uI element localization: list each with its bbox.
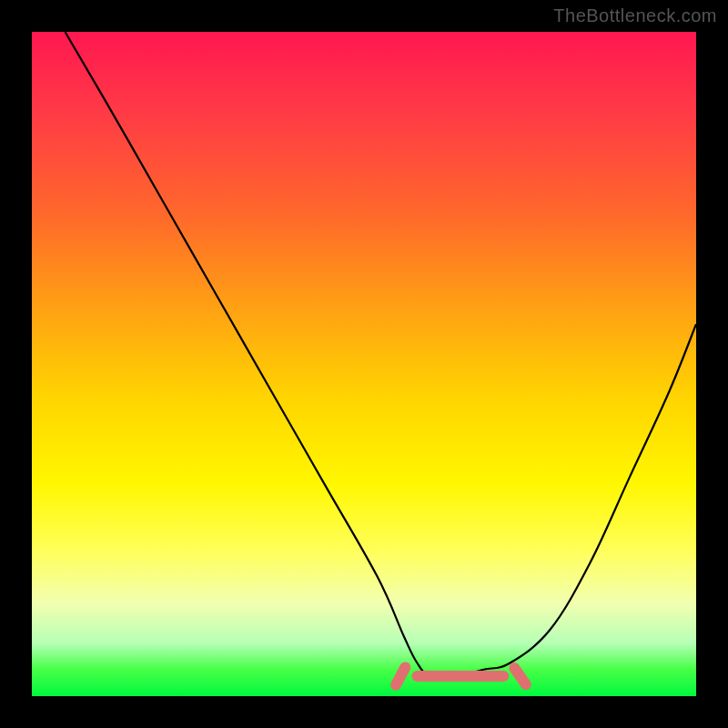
plot-area <box>32 32 696 696</box>
optimal-range-marker <box>32 32 696 696</box>
watermark-text: TheBottleneck.com <box>553 5 717 26</box>
chart-frame: TheBottleneck.com <box>0 0 728 728</box>
